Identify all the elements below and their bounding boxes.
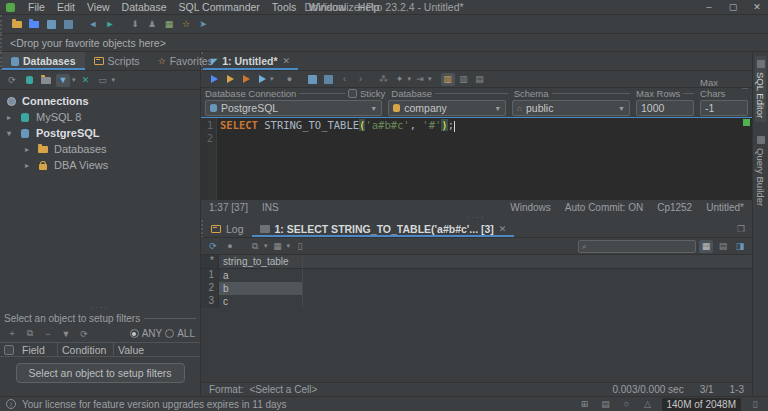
database-select[interactable]: company ▼ (388, 100, 506, 116)
form-view-icon[interactable]: ◨ (733, 240, 747, 253)
max-rows-input[interactable] (636, 100, 694, 116)
data-cell-selected[interactable]: b (219, 282, 303, 295)
commit-icon[interactable]: ▥ (441, 73, 455, 86)
refresh-filter-icon[interactable]: ⟳ (77, 327, 91, 340)
format-sql-icon[interactable]: ✦ (393, 73, 407, 86)
execute-buffer-icon[interactable] (239, 73, 253, 86)
open-file-icon[interactable] (10, 18, 24, 31)
all-radio[interactable] (165, 329, 174, 338)
grid-row-3[interactable]: 3 c (201, 295, 752, 308)
save-icon[interactable] (44, 18, 58, 31)
goto-icon[interactable]: ⇥ (413, 73, 427, 86)
driver-manager-icon[interactable]: ♟ (145, 18, 159, 31)
history-icon[interactable]: ▤ (473, 73, 487, 86)
filter-dropdown-icon[interactable]: ▾ (72, 76, 76, 84)
filter-select-all-checkbox[interactable] (4, 345, 14, 355)
maximize-button[interactable]: ▢ (722, 0, 744, 14)
tab-databases[interactable]: Databases (2, 52, 85, 70)
format-dropdown-icon[interactable]: ▾ (408, 75, 412, 83)
forward-icon[interactable]: ► (103, 18, 117, 31)
pin-status-icon[interactable]: ○ (620, 398, 634, 411)
visual-explain-icon[interactable]: ⁂ (377, 73, 391, 86)
column-header-string-to-table[interactable]: string_to_table (219, 255, 303, 268)
collapse-all-icon[interactable]: ✕ (79, 74, 93, 87)
tab-untitled-sql[interactable]: ◤ 1: Untitled* ✕ (203, 52, 298, 70)
tab-scripts[interactable]: Scripts (85, 52, 149, 70)
menu-sql-commander[interactable]: SQL Commander (173, 1, 266, 13)
favorites-star-icon[interactable]: ☆ (179, 18, 193, 31)
tree-node-dba-views[interactable]: ▸ DBA Views (0, 157, 200, 173)
vtab-query-builder[interactable]: Query Builder (755, 132, 766, 210)
trash-icon[interactable]: ▯ (748, 398, 762, 411)
tab-log[interactable]: Log (203, 220, 252, 237)
tree-node-connections[interactable]: Connections (0, 93, 200, 109)
remove-filter-icon[interactable]: − (41, 327, 55, 340)
data-cell[interactable]: c (219, 295, 303, 308)
sticky-checkbox[interactable] (348, 89, 357, 98)
goto-dropdown-icon[interactable]: ▾ (428, 75, 432, 83)
grid-icon[interactable]: ▦ (162, 18, 176, 31)
alerts-status-icon[interactable]: △ (641, 398, 655, 411)
apply-filter-icon[interactable]: ▼ (59, 327, 73, 340)
view-dropdown-icon[interactable]: ▾ (287, 242, 291, 250)
data-cell[interactable]: a (219, 269, 303, 282)
grid-corner-cell[interactable]: * (201, 255, 219, 268)
max-chars-input[interactable] (700, 100, 748, 116)
menu-view[interactable]: View (81, 1, 116, 13)
close-result-tab-icon[interactable]: ✕ (499, 224, 507, 234)
next-statement-icon[interactable]: › (354, 73, 368, 86)
rollback-icon[interactable]: ▥ (457, 73, 471, 86)
copy-dropdown-icon[interactable]: ▾ (264, 242, 268, 250)
text-view-icon[interactable]: ▤ (716, 240, 730, 253)
expand-icon[interactable]: ▸ (22, 145, 32, 154)
any-radio[interactable] (130, 329, 139, 338)
explain-plan-icon[interactable] (255, 73, 269, 86)
menu-file[interactable]: File (22, 1, 51, 13)
row-number-cell[interactable]: 2 (201, 282, 219, 295)
refresh-icon[interactable]: ⟳ (5, 74, 19, 87)
close-tab-icon[interactable]: ✕ (283, 56, 291, 66)
prev-statement-icon[interactable]: ‹ (338, 73, 352, 86)
execute-dropdown-icon[interactable]: ▾ (270, 75, 274, 83)
execute-current-icon[interactable] (223, 73, 237, 86)
setup-filters-button[interactable]: Select an object to setup filters (16, 363, 185, 383)
expand-icon[interactable]: ▸ (22, 161, 32, 170)
code-area[interactable]: SELECT STRING_TO_TABLE('a#b#c', '#'); (217, 118, 455, 200)
save-as-sql-icon[interactable] (322, 73, 336, 86)
menu-window[interactable]: Window (302, 1, 351, 13)
tree-node-postgresql[interactable]: ▾ PostgreSQL (0, 125, 200, 141)
delete-rows-icon[interactable]: ▯ (293, 240, 307, 253)
grid-row-1[interactable]: 1 a (201, 269, 752, 282)
schema-select[interactable]: ⌂ public ▼ (512, 100, 630, 116)
save-sql-icon[interactable] (306, 73, 320, 86)
connection-select[interactable]: PostgreSQL ▼ (205, 100, 382, 116)
new-folder-icon[interactable] (39, 74, 53, 87)
pointer-icon[interactable]: ➤ (196, 18, 210, 31)
vtab-sql-editor[interactable]: SQL Editor (755, 56, 766, 122)
row-number-cell[interactable]: 3 (201, 295, 219, 308)
menu-help[interactable]: Help (352, 1, 386, 13)
save-all-icon[interactable] (61, 18, 75, 31)
copy-filter-icon[interactable]: ⧉ (23, 327, 37, 340)
detach-panel-icon[interactable]: ❐ (734, 222, 748, 235)
menu-tools[interactable]: Tools (266, 1, 303, 13)
memory-indicator[interactable]: 140M of 2048M (662, 398, 742, 411)
window-mode-icon[interactable]: ▭ (96, 74, 110, 87)
copy-cell-icon[interactable]: ⧉ (248, 240, 262, 253)
add-filter-icon[interactable]: ＋ (5, 327, 19, 340)
close-button[interactable]: ✕ (746, 0, 768, 14)
filter-icon[interactable]: ▼ (56, 74, 70, 87)
expand-icon[interactable]: ▸ (4, 113, 14, 122)
minimize-button[interactable]: – (698, 0, 720, 14)
reload-result-icon[interactable]: ⟳ (206, 240, 220, 253)
view-mode-icon[interactable]: ▦ (271, 240, 285, 253)
grid-row-2[interactable]: 2 b (201, 282, 752, 295)
export-icon[interactable]: ⬇ (128, 18, 142, 31)
tree-node-mysql[interactable]: ▸ MySQL 8 (0, 109, 200, 125)
favorites-bar[interactable]: <Drop your favorite objects here> (0, 34, 768, 52)
log-status-icon[interactable]: ▤ (599, 398, 613, 411)
back-icon[interactable]: ◄ (86, 18, 100, 31)
connect-icon[interactable] (22, 74, 36, 87)
line-ending-mode[interactable]: Windows (510, 202, 551, 213)
left-splitter-handle[interactable]: ···· (0, 303, 200, 311)
